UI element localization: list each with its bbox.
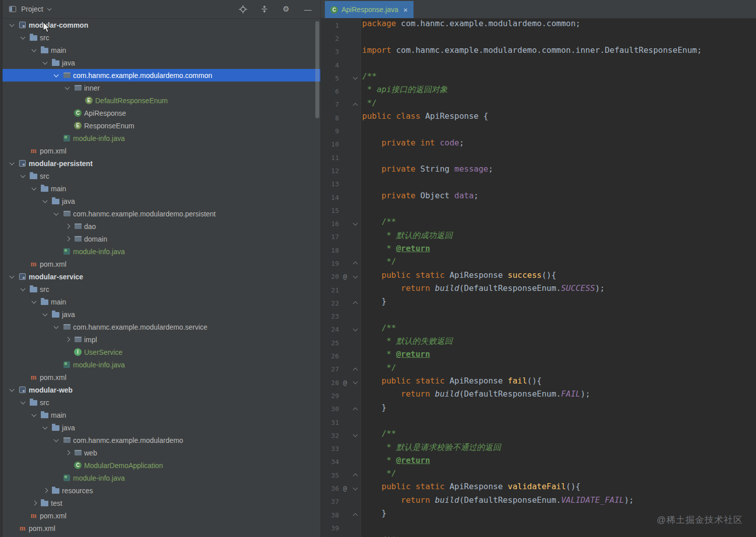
fold-start-icon[interactable]	[353, 75, 358, 81]
tree-item-modular-persistent[interactable]: modular-persistent	[3, 157, 320, 170]
chevron-down-icon[interactable]	[19, 31, 28, 44]
tree-item-dao[interactable]: dao	[3, 220, 320, 233]
chevron-down-icon[interactable]	[19, 170, 28, 182]
fold-end-icon[interactable]	[353, 473, 358, 478]
code-line-37[interactable]: return build(DefaultResponseEnum.VALIDAT…	[362, 495, 756, 508]
tree-item-module-info-java[interactable]: module-info.java	[3, 472, 320, 484]
chevron-down-icon[interactable]	[19, 396, 28, 409]
chevron-down-icon[interactable]	[52, 321, 61, 333]
code-line-17[interactable]: * 默认的成功返回	[362, 231, 756, 244]
chevron-right-icon[interactable]	[63, 446, 73, 459]
code-line-13[interactable]	[362, 178, 756, 191]
chevron-down-icon[interactable]	[30, 409, 39, 421]
code-line-29[interactable]: return build(DefaultResponseEnum.FAIL);	[362, 389, 756, 402]
tree-item-src[interactable]: src	[3, 283, 320, 295]
tree-item-pom-xml[interactable]: mpom.xml	[3, 371, 320, 383]
code-line-7[interactable]: */	[362, 98, 756, 111]
fold-start-icon[interactable]	[353, 380, 358, 385]
chevron-right-icon[interactable]	[30, 497, 39, 509]
chevron-down-icon[interactable]	[41, 56, 50, 69]
chevron-down-icon[interactable]	[47, 6, 52, 11]
chevron-down-icon[interactable]	[8, 270, 17, 283]
code-line-21[interactable]: return build(DefaultResponseEnum.SUCCESS…	[362, 283, 756, 296]
chevron-down-icon[interactable]	[19, 283, 28, 295]
code-line-28[interactable]: public static ApiResponse fail(){	[362, 376, 756, 389]
fold-start-icon[interactable]	[353, 486, 358, 491]
code-line-16[interactable]: /**	[362, 217, 756, 230]
tree-item-com-hanmc-example-modulardemo-persistent[interactable]: com.hanmc.example.modulardemo.persistent	[3, 207, 320, 220]
tree-item-test[interactable]: test	[3, 497, 320, 509]
code-line-36[interactable]: public static ApiResponse validateFail()…	[362, 482, 756, 495]
fold-end-icon[interactable]	[353, 367, 358, 372]
fold-end-icon[interactable]	[353, 261, 358, 266]
chevron-down-icon[interactable]	[8, 157, 17, 170]
tree-item-modulardemoapplication[interactable]: CModularDemoApplication	[3, 459, 320, 472]
chevron-right-icon[interactable]	[63, 233, 73, 245]
tab-apiresponse-java[interactable]: C ApiResponse.java ×	[325, 1, 414, 18]
code-line-30[interactable]: }	[362, 403, 756, 416]
settings-gear-icon[interactable]: ⚙	[281, 4, 292, 15]
chevron-down-icon[interactable]	[52, 69, 61, 82]
tree-item-pom-xml[interactable]: mpom.xml	[3, 144, 320, 157]
code-line-26[interactable]: * @return	[362, 349, 756, 362]
fold-start-icon[interactable]	[353, 221, 358, 226]
chevron-right-icon[interactable]	[63, 220, 73, 233]
chevron-down-icon[interactable]	[30, 44, 39, 56]
tree-item-java[interactable]: java	[3, 195, 320, 207]
code-editor[interactable]: 1234567891011121314151617181920@21222324…	[321, 19, 756, 537]
code-line-40[interactable]: /**	[362, 535, 756, 537]
tree-item-com-hanmc-example-modulardemo[interactable]: com.hanmc.example.modulardemo	[3, 434, 320, 446]
code-line-32[interactable]: /**	[362, 429, 756, 442]
tree-item-pom-xml[interactable]: mpom.xml	[3, 509, 320, 522]
tree-item-defaultresponseenum[interactable]: EDefaultResponseEnum	[3, 94, 320, 107]
tree-item-inner[interactable]: inner	[3, 82, 320, 94]
code-line-12[interactable]: private String message;	[362, 164, 756, 177]
tree-item-domain[interactable]: domain	[3, 233, 320, 245]
code-line-22[interactable]: }	[362, 296, 756, 310]
tree-item-src[interactable]: src	[3, 170, 320, 182]
project-dropdown[interactable]: Project	[21, 5, 43, 13]
tree-item-main[interactable]: main	[3, 295, 320, 308]
tree-item-java[interactable]: java	[3, 56, 320, 69]
fold-end-icon[interactable]	[353, 512, 358, 517]
chevron-down-icon[interactable]	[30, 182, 39, 195]
hide-panel-icon[interactable]: —	[302, 4, 313, 15]
fold-start-icon[interactable]	[353, 433, 358, 438]
tree-item-web[interactable]: web	[3, 446, 320, 459]
code-line-33[interactable]: * 默认是请求校验不通过的返回	[362, 442, 756, 455]
code-line-10[interactable]: private int code;	[362, 138, 756, 151]
code-line-35[interactable]: */	[362, 469, 756, 482]
tree-item-resources[interactable]: resources	[3, 484, 320, 497]
tree-item-java[interactable]: java	[3, 308, 320, 321]
fold-end-icon[interactable]	[353, 407, 358, 412]
chevron-down-icon[interactable]	[52, 207, 61, 220]
code-line-5[interactable]: /**	[362, 71, 756, 85]
code-line-34[interactable]: * @return	[362, 455, 756, 469]
fold-start-icon[interactable]	[353, 274, 358, 279]
tree-item-impl[interactable]: impl	[3, 333, 320, 346]
code-line-2[interactable]	[362, 32, 756, 45]
code-line-25[interactable]: * 默认的失败返回	[362, 336, 756, 349]
fold-start-icon[interactable]	[353, 327, 358, 332]
tree-item-modular-web[interactable]: modular-web	[3, 383, 320, 396]
chevron-down-icon[interactable]	[8, 19, 17, 31]
chevron-right-icon[interactable]	[63, 333, 73, 346]
locate-icon[interactable]	[237, 4, 248, 15]
code-line-15[interactable]	[362, 204, 756, 217]
tree-item-module-info-java[interactable]: module-info.java	[3, 132, 320, 144]
chevron-down-icon[interactable]	[41, 421, 50, 434]
code-line-27[interactable]: */	[362, 363, 756, 376]
code-line-4[interactable]	[362, 58, 756, 71]
code-line-19[interactable]: */	[362, 257, 756, 270]
chevron-down-icon[interactable]	[63, 82, 73, 94]
tree-item-java[interactable]: java	[3, 421, 320, 434]
code-line-24[interactable]: /**	[362, 323, 756, 336]
annotation-gutter-icon[interactable]: @	[339, 379, 351, 387]
code-line-23[interactable]	[362, 310, 756, 323]
tree-item-modular-service[interactable]: modular-service	[3, 270, 320, 283]
chevron-down-icon[interactable]	[41, 195, 50, 207]
code-line-6[interactable]: * api接口的返回对象	[362, 85, 756, 98]
collapse-all-icon[interactable]	[259, 4, 270, 15]
project-scrollbar-thumb[interactable]	[315, 21, 319, 118]
tree-item-com-hanmc-example-modulardemo-service[interactable]: com.hanmc.example.modulardemo.service	[3, 321, 320, 333]
